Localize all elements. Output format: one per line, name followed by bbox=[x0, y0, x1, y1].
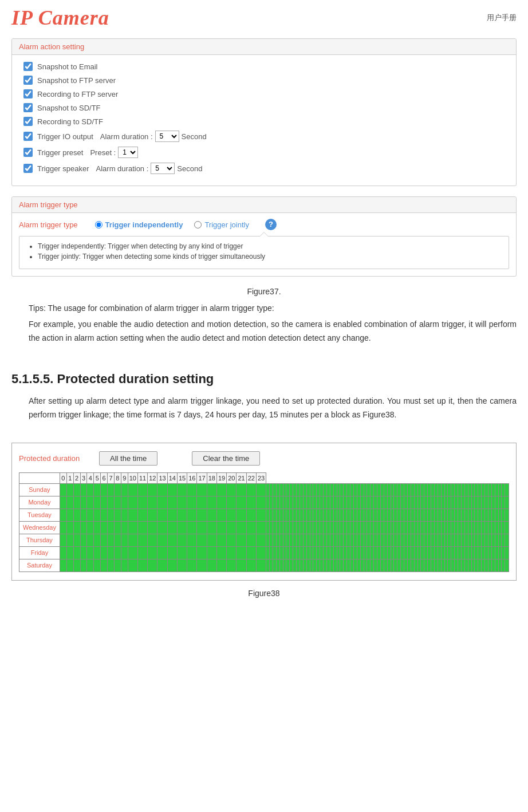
trigger-jointly-radio[interactable] bbox=[194, 221, 202, 228]
time-cell-tuesday-11[interactable] bbox=[137, 509, 147, 521]
time-cell-wednesday-95[interactable] bbox=[505, 521, 509, 534]
time-cell-friday-95[interactable] bbox=[505, 546, 509, 559]
time-cell-wednesday-18[interactable] bbox=[207, 521, 216, 534]
time-cell-saturday-9[interactable] bbox=[121, 559, 128, 571]
time-cell-wednesday-8[interactable] bbox=[114, 521, 121, 534]
time-cell-monday-3[interactable] bbox=[80, 496, 87, 509]
time-cell-wednesday-5[interactable] bbox=[94, 521, 101, 534]
time-cell-sunday-21[interactable] bbox=[237, 483, 246, 496]
time-cell-tuesday-7[interactable] bbox=[108, 509, 115, 521]
recording-ftp-checkbox[interactable] bbox=[23, 89, 33, 98]
time-cell-monday-5[interactable] bbox=[94, 496, 101, 509]
time-cell-wednesday-14[interactable] bbox=[167, 521, 177, 534]
time-cell-sunday-12[interactable] bbox=[148, 483, 157, 496]
time-cell-wednesday-13[interactable] bbox=[157, 521, 167, 534]
time-cell-wednesday-17[interactable] bbox=[197, 521, 207, 534]
time-cell-thursday-17[interactable] bbox=[197, 534, 207, 546]
time-cell-tuesday-1[interactable] bbox=[66, 509, 73, 521]
time-cell-friday-9[interactable] bbox=[121, 546, 128, 559]
time-cell-tuesday-15[interactable] bbox=[177, 509, 187, 521]
time-cell-monday-1[interactable] bbox=[66, 496, 73, 509]
time-cell-wednesday-21[interactable] bbox=[237, 521, 246, 534]
time-cell-wednesday-15[interactable] bbox=[177, 521, 187, 534]
time-cell-tuesday-22[interactable] bbox=[246, 509, 256, 521]
time-cell-saturday-6[interactable] bbox=[101, 559, 108, 571]
speaker-duration-select[interactable]: 51015 bbox=[151, 163, 175, 174]
time-cell-wednesday-1[interactable] bbox=[66, 521, 73, 534]
trigger-jointly-option[interactable]: Trigger jointly bbox=[194, 220, 249, 229]
time-cell-tuesday-20[interactable] bbox=[227, 509, 237, 521]
time-cell-saturday-14[interactable] bbox=[167, 559, 177, 571]
time-cell-tuesday-13[interactable] bbox=[157, 509, 167, 521]
time-cell-thursday-0[interactable] bbox=[60, 534, 66, 546]
time-cell-sunday-9[interactable] bbox=[121, 483, 128, 496]
time-cell-friday-15[interactable] bbox=[177, 546, 187, 559]
time-cell-monday-17[interactable] bbox=[197, 496, 207, 509]
time-cell-sunday-11[interactable] bbox=[137, 483, 147, 496]
time-cell-sunday-15[interactable] bbox=[177, 483, 187, 496]
time-cell-thursday-15[interactable] bbox=[177, 534, 187, 546]
time-cell-saturday-5[interactable] bbox=[94, 559, 101, 571]
time-cell-sunday-10[interactable] bbox=[128, 483, 137, 496]
time-cell-tuesday-4[interactable] bbox=[87, 509, 94, 521]
time-cell-monday-2[interactable] bbox=[73, 496, 80, 509]
time-cell-friday-0[interactable] bbox=[60, 546, 66, 559]
time-cell-thursday-22[interactable] bbox=[246, 534, 256, 546]
time-cell-thursday-16[interactable] bbox=[187, 534, 197, 546]
time-cell-friday-5[interactable] bbox=[94, 546, 101, 559]
time-cell-thursday-7[interactable] bbox=[108, 534, 115, 546]
time-cell-monday-21[interactable] bbox=[237, 496, 246, 509]
time-cell-saturday-8[interactable] bbox=[114, 559, 121, 571]
clear-time-button[interactable]: Clear the time bbox=[192, 451, 260, 466]
time-cell-tuesday-5[interactable] bbox=[94, 509, 101, 521]
time-cell-monday-13[interactable] bbox=[157, 496, 167, 509]
time-cell-sunday-5[interactable] bbox=[94, 483, 101, 496]
time-cell-tuesday-9[interactable] bbox=[121, 509, 128, 521]
time-cell-sunday-14[interactable] bbox=[167, 483, 177, 496]
time-cell-friday-14[interactable] bbox=[167, 546, 177, 559]
time-cell-saturday-10[interactable] bbox=[128, 559, 137, 571]
time-cell-thursday-3[interactable] bbox=[80, 534, 87, 546]
time-cell-saturday-1[interactable] bbox=[66, 559, 73, 571]
time-cell-sunday-95[interactable] bbox=[505, 483, 509, 496]
time-cell-thursday-6[interactable] bbox=[101, 534, 108, 546]
time-cell-tuesday-3[interactable] bbox=[80, 509, 87, 521]
time-cell-friday-3[interactable] bbox=[80, 546, 87, 559]
time-cell-thursday-1[interactable] bbox=[66, 534, 73, 546]
time-cell-saturday-16[interactable] bbox=[187, 559, 197, 571]
time-cell-thursday-14[interactable] bbox=[167, 534, 177, 546]
time-cell-monday-0[interactable] bbox=[60, 496, 66, 509]
help-icon[interactable]: ? bbox=[265, 219, 277, 230]
time-cell-thursday-23[interactable] bbox=[256, 534, 266, 546]
time-cell-thursday-9[interactable] bbox=[121, 534, 128, 546]
time-cell-sunday-20[interactable] bbox=[227, 483, 237, 496]
time-cell-saturday-15[interactable] bbox=[177, 559, 187, 571]
time-cell-thursday-10[interactable] bbox=[128, 534, 137, 546]
time-cell-sunday-0[interactable] bbox=[60, 483, 66, 496]
time-cell-monday-11[interactable] bbox=[137, 496, 147, 509]
time-cell-sunday-7[interactable] bbox=[108, 483, 115, 496]
time-cell-tuesday-8[interactable] bbox=[114, 509, 121, 521]
time-cell-friday-7[interactable] bbox=[108, 546, 115, 559]
snapshot-sd-checkbox[interactable] bbox=[23, 103, 33, 112]
time-cell-sunday-23[interactable] bbox=[256, 483, 266, 496]
time-cell-friday-19[interactable] bbox=[216, 546, 226, 559]
time-cell-tuesday-21[interactable] bbox=[237, 509, 246, 521]
time-cell-wednesday-22[interactable] bbox=[246, 521, 256, 534]
time-cell-thursday-18[interactable] bbox=[207, 534, 216, 546]
time-cell-friday-4[interactable] bbox=[87, 546, 94, 559]
time-cell-wednesday-23[interactable] bbox=[256, 521, 266, 534]
time-cell-saturday-23[interactable] bbox=[256, 559, 266, 571]
time-cell-wednesday-12[interactable] bbox=[148, 521, 157, 534]
time-cell-wednesday-16[interactable] bbox=[187, 521, 197, 534]
time-cell-saturday-19[interactable] bbox=[216, 559, 226, 571]
time-cell-thursday-19[interactable] bbox=[216, 534, 226, 546]
time-cell-thursday-20[interactable] bbox=[227, 534, 237, 546]
time-cell-thursday-8[interactable] bbox=[114, 534, 121, 546]
time-cell-monday-12[interactable] bbox=[148, 496, 157, 509]
time-cell-thursday-21[interactable] bbox=[237, 534, 246, 546]
io-duration-select[interactable]: 51015 bbox=[155, 131, 179, 142]
time-cell-tuesday-95[interactable] bbox=[505, 509, 509, 521]
time-cell-saturday-21[interactable] bbox=[237, 559, 246, 571]
time-cell-friday-10[interactable] bbox=[128, 546, 137, 559]
